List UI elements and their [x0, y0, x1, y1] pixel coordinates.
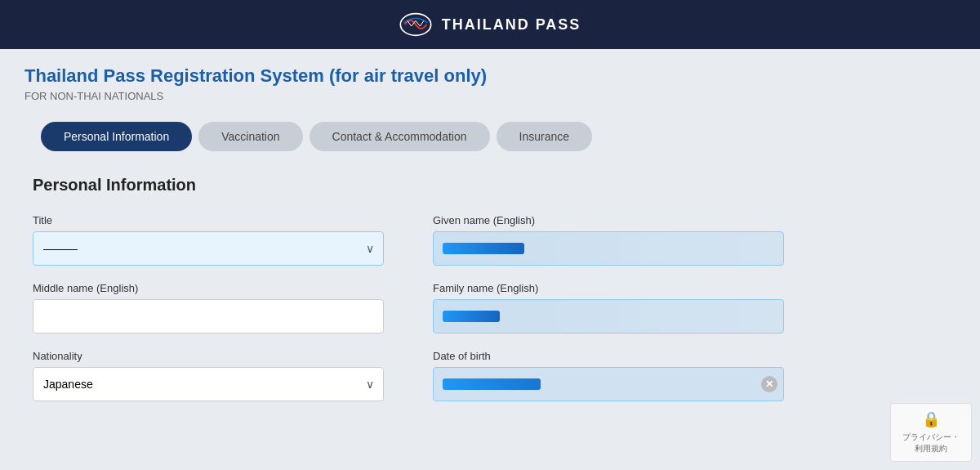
recaptcha-text: プライバシー・利用規約	[902, 432, 960, 453]
tab-vaccination[interactable]: Vaccination	[198, 122, 302, 151]
nationality-label: Nationality	[33, 350, 384, 362]
logo-container: THAILAND PASS	[399, 8, 581, 41]
dob-field-group: Date of birth ✕	[433, 350, 784, 401]
page-content: Thailand Pass Registration System (for a…	[0, 49, 980, 418]
title-field-group: Title ――― Mr. Mrs. Ms. Dr.	[33, 214, 384, 266]
middle-name-label: Middle name (English)	[33, 282, 384, 294]
tab-bar: Personal Information Vaccination Contact…	[41, 122, 956, 151]
title-select-wrapper: ――― Mr. Mrs. Ms. Dr.	[33, 231, 384, 266]
tab-personal-information[interactable]: Personal Information	[41, 122, 192, 151]
personal-info-form: Title ――― Mr. Mrs. Ms. Dr. Given name (E…	[24, 214, 792, 401]
title-select[interactable]: ――― Mr. Mrs. Ms. Dr.	[33, 231, 384, 266]
given-name-label: Given name (English)	[433, 214, 784, 226]
family-name-field-group: Family name (English)	[433, 282, 784, 333]
page-title: Thailand Pass Registration System (for a…	[24, 65, 956, 87]
dob-input-wrapper: ✕	[433, 367, 784, 401]
recaptcha-icon: 🔒	[899, 410, 963, 428]
dob-clear-button[interactable]: ✕	[761, 376, 777, 392]
nationality-field-group: Nationality Japanese American British Ch…	[33, 350, 384, 401]
middle-name-field-group: Middle name (English)	[33, 282, 384, 333]
middle-name-input[interactable]	[33, 299, 384, 333]
tab-contact-accommodation[interactable]: Contact & Accommodation	[310, 122, 490, 151]
header-title: THAILAND PASS	[442, 16, 581, 34]
section-title: Personal Information	[33, 176, 956, 195]
dob-label: Date of birth	[433, 350, 784, 362]
given-name-field-group: Given name (English)	[433, 214, 784, 266]
header: THAILAND PASS	[0, 0, 980, 49]
dob-input[interactable]	[433, 367, 784, 401]
recaptcha-badge: 🔒 プライバシー・利用規約	[890, 403, 972, 462]
given-name-input-wrapper	[433, 231, 784, 266]
family-name-input[interactable]	[433, 299, 784, 333]
nationality-select[interactable]: Japanese American British Chinese French…	[33, 367, 384, 401]
family-name-input-wrapper	[433, 299, 784, 333]
tab-insurance[interactable]: Insurance	[497, 122, 592, 151]
page-subtitle: FOR NON-THAI NATIONALS	[24, 90, 956, 102]
title-label: Title	[33, 214, 384, 226]
given-name-input[interactable]	[433, 231, 784, 266]
family-name-label: Family name (English)	[433, 282, 784, 294]
thailand-pass-logo-icon	[399, 8, 432, 41]
nationality-select-wrapper: Japanese American British Chinese French…	[33, 367, 384, 401]
